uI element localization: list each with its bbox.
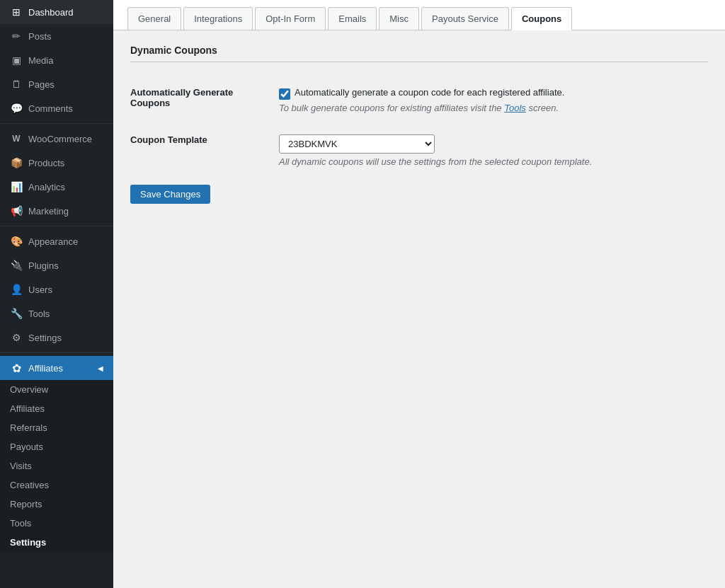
tab-emails[interactable]: Emails [328,7,377,30]
sidebar-item-label: Pages [28,79,55,90]
auto-generate-row: Automatically GenerateCoupons Automatica… [130,76,708,124]
auto-generate-field: Automatically generate a coupon code for… [272,76,708,124]
tools-link[interactable]: Tools [504,103,526,113]
sidebar-item-pages[interactable]: 🗒 Pages [0,72,113,96]
submenu-item-settings[interactable]: Settings [0,533,113,552]
marketing-icon: 📢 [10,204,23,217]
sidebar-item-label: Affiliates [28,363,63,374]
submenu-item-affiliates[interactable]: Affiliates [0,399,113,418]
content-area: Dynamic Coupons Automatically GenerateCo… [113,30,725,588]
sidebar-item-label: Comments [28,103,73,114]
plugins-icon: 🔌 [10,259,23,272]
coupon-template-desc: All dynamic coupons will use the setting… [279,156,701,167]
sidebar-item-users[interactable]: 👤 Users [0,277,113,301]
sidebar-item-label: Dashboard [28,7,74,18]
submenu-item-reports[interactable]: Reports [0,495,113,514]
checkbox-row: Automatically generate a coupon code for… [279,87,701,100]
submenu-item-creatives[interactable]: Creatives [0,475,113,495]
checkbox-label[interactable]: Automatically generate a coupon code for… [295,87,564,98]
tab-coupons[interactable]: Coupons [511,7,572,30]
sidebar-divider-3 [0,352,113,353]
media-icon: ▣ [10,54,23,67]
sidebar-item-label: Media [28,55,53,66]
tab-bar: General Integrations Opt-In Form Emails … [113,0,725,30]
appearance-icon: 🎨 [10,235,23,248]
settings-form: Automatically GenerateCoupons Automatica… [130,76,708,178]
sidebar-divider-2 [0,226,113,226]
affiliates-icon: ✿ [10,362,23,374]
auto-generate-checkbox[interactable] [279,88,290,100]
section-divider [130,62,708,62]
section-title: Dynamic Coupons [130,45,708,56]
sidebar-item-label: Tools [28,309,50,319]
woocommerce-icon: W [10,132,23,145]
sidebar-item-appearance[interactable]: 🎨 Appearance [0,229,113,253]
analytics-icon: 📊 [10,180,23,193]
dashboard-icon: ⊞ [10,6,23,18]
coupon-template-label: Coupon Template [130,124,272,178]
sidebar: ⊞ Dashboard ✏ Posts ▣ Media 🗒 Pages 💬 Co… [0,0,113,588]
sidebar-item-comments[interactable]: 💬 Comments [0,96,113,120]
tab-opt-in-form[interactable]: Opt-In Form [255,7,326,30]
sidebar-item-label: Settings [28,333,62,343]
submenu-item-overview[interactable]: Overview [0,380,113,399]
collapse-arrow-icon: ◀ [98,364,103,372]
auto-generate-desc: To bulk generate coupons for existing af… [279,103,701,113]
submenu-item-visits[interactable]: Visits [0,456,113,475]
submenu-item-referrals[interactable]: Referrals [0,418,113,437]
sidebar-item-plugins[interactable]: 🔌 Plugins [0,253,113,277]
sidebar-item-marketing[interactable]: 📢 Marketing [0,199,113,223]
tab-misc[interactable]: Misc [379,7,419,30]
sidebar-item-analytics[interactable]: 📊 Analytics [0,175,113,199]
tab-integrations[interactable]: Integrations [183,7,253,30]
tools-icon: 🔧 [10,307,23,320]
tab-general[interactable]: General [127,7,181,30]
tab-payouts-service[interactable]: Payouts Service [421,7,509,30]
submenu-item-payouts[interactable]: Payouts [0,437,113,456]
main-content: General Integrations Opt-In Form Emails … [113,0,725,588]
sidebar-item-label: Products [28,158,64,168]
users-icon: 👤 [10,283,23,296]
sidebar-item-dashboard[interactable]: ⊞ Dashboard [0,0,113,24]
sidebar-item-label: WooCommerce [28,134,92,144]
sidebar-item-affiliates[interactable]: ✿ Affiliates ◀ [0,356,113,380]
settings-icon: ⚙ [10,331,23,344]
sidebar-item-tools[interactable]: 🔧 Tools [0,301,113,325]
auto-generate-label: Automatically GenerateCoupons [130,76,272,124]
coupon-template-field: 23BDKMVK All dynamic coupons will use th… [272,124,708,178]
sidebar-item-label: Posts [28,31,52,42]
affiliates-submenu: Overview Affiliates Referrals Payouts Vi… [0,380,113,552]
comments-icon: 💬 [10,102,23,115]
sidebar-item-posts[interactable]: ✏ Posts [0,24,113,48]
sidebar-item-label: Marketing [28,206,69,217]
sidebar-item-settings[interactable]: ⚙ Settings [0,325,113,350]
sidebar-item-label: Users [28,284,52,295]
coupon-template-row: Coupon Template 23BDKMVK All dynamic cou… [130,124,708,178]
sidebar-item-products[interactable]: 📦 Products [0,151,113,175]
posts-icon: ✏ [10,30,23,42]
sidebar-divider [0,123,113,124]
coupon-template-select[interactable]: 23BDKMVK [279,134,435,154]
sidebar-item-label: Appearance [28,236,78,247]
products-icon: 📦 [10,156,23,169]
submenu-item-tools[interactable]: Tools [0,514,113,533]
save-changes-button[interactable]: Save Changes [130,185,210,204]
sidebar-item-media[interactable]: ▣ Media [0,48,113,72]
sidebar-item-label: Plugins [28,260,59,271]
sidebar-item-woocommerce[interactable]: W WooCommerce [0,127,113,151]
pages-icon: 🗒 [10,78,23,91]
sidebar-item-label: Analytics [28,182,65,192]
